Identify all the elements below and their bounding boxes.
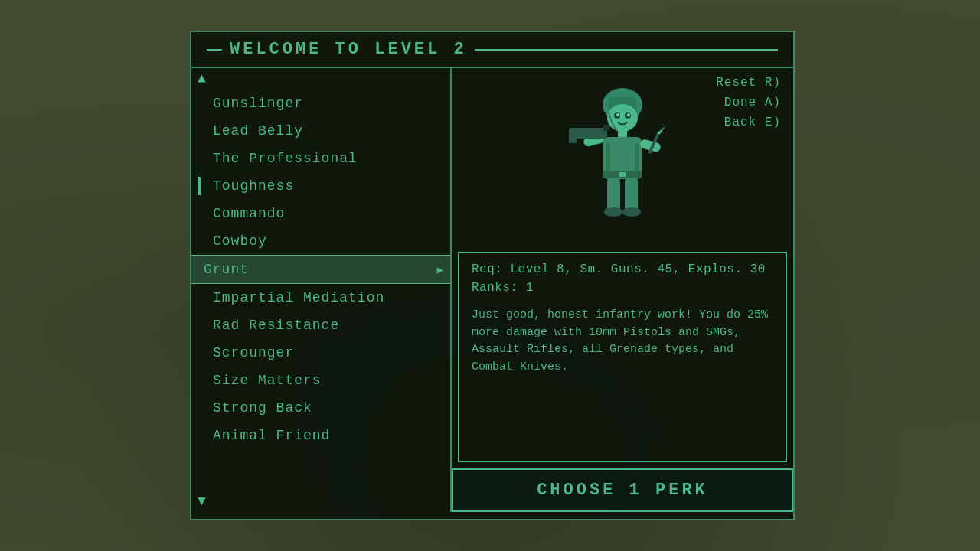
page-title: WELCOME TO LEVEL 2: [230, 40, 467, 59]
perk-item-gunslinger[interactable]: Gunslinger: [191, 90, 450, 117]
content-area: ▲ GunslingerLead BellyThe ProfessionalTo…: [191, 68, 793, 512]
perk-item-strong-back[interactable]: Strong Back: [191, 394, 450, 422]
perk-item-toughness[interactable]: Toughness: [191, 172, 450, 200]
choose-perk-label: CHOOSE 1 PERK: [537, 481, 708, 500]
toughness-indicator: [198, 177, 201, 195]
reset-button[interactable]: Reset R): [716, 76, 781, 90]
perk-item-the-professional[interactable]: The Professional: [191, 145, 450, 172]
back-button[interactable]: Back E): [716, 116, 781, 129]
perk-item-scrounger[interactable]: Scrounger: [191, 339, 450, 367]
perk-item-commando[interactable]: Commando: [191, 200, 450, 227]
detail-panel: Reset R) Done A) Back E) Req: Level 8, S…: [452, 68, 793, 512]
choose-perk-bar[interactable]: CHOOSE 1 PERK: [452, 468, 793, 512]
perk-item-rad-resistance[interactable]: Rad Resistance: [191, 311, 450, 339]
character-area: Reset R) Done A) Back E): [452, 68, 793, 252]
svg-rect-13: [569, 128, 577, 143]
svg-point-2: [607, 104, 638, 132]
scroll-down-arrow[interactable]: ▼: [191, 491, 450, 512]
perk-list: GunslingerLead BellyThe ProfessionalToug…: [191, 90, 450, 491]
perk-item-lead-belly[interactable]: Lead Belly: [191, 117, 450, 145]
svg-marker-16: [657, 124, 665, 135]
svg-rect-21: [606, 143, 610, 174]
svg-point-20: [622, 207, 641, 217]
vault-boy-image: [561, 76, 684, 244]
perk-requirement: Req: Level 8, Sm. Guns. 45, Explos. 30: [472, 262, 773, 276]
perk-detail-box: Req: Level 8, Sm. Guns. 45, Explos. 30 R…: [458, 252, 787, 462]
done-button[interactable]: Done A): [716, 96, 781, 109]
perk-item-cowboy[interactable]: Cowboy: [191, 227, 450, 255]
perk-description: Just good, honest infantry work! You do …: [472, 307, 773, 376]
svg-point-19: [604, 207, 622, 217]
svg-rect-18: [625, 178, 638, 212]
title-line-right: [475, 49, 778, 51]
perk-item-grunt[interactable]: Grunt: [191, 255, 450, 284]
svg-rect-23: [619, 172, 626, 177]
perk-ranks: Ranks: 1: [472, 281, 773, 295]
svg-rect-14: [603, 125, 609, 131]
title-line-left: [207, 49, 222, 51]
main-panel: WELCOME TO LEVEL 2 ▲ GunslingerLead Bell…: [190, 31, 795, 520]
perk-item-size-matters[interactable]: Size Matters: [191, 367, 450, 394]
perk-list-container: ▲ GunslingerLead BellyThe ProfessionalTo…: [191, 68, 452, 512]
scroll-up-arrow[interactable]: ▲: [191, 68, 450, 90]
svg-rect-22: [635, 143, 639, 174]
perk-item-impartial-mediation[interactable]: Impartial Mediation: [191, 284, 450, 311]
title-bar: WELCOME TO LEVEL 2: [191, 32, 793, 68]
action-buttons: Reset R) Done A) Back E): [716, 76, 793, 129]
perk-item-animal-friend[interactable]: Animal Friend: [191, 422, 450, 449]
svg-point-5: [616, 113, 619, 116]
svg-point-6: [627, 113, 630, 116]
svg-rect-7: [618, 129, 627, 137]
svg-rect-17: [607, 178, 620, 212]
